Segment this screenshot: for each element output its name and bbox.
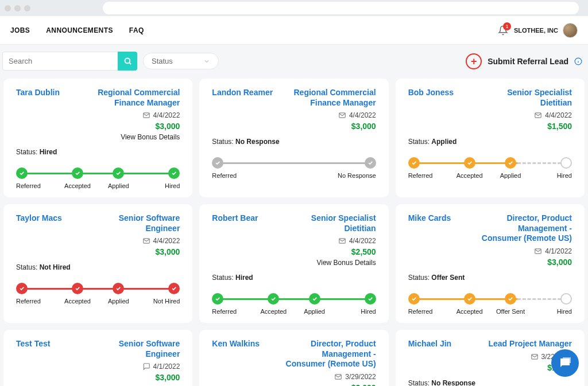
progress-step: Referred — [212, 157, 294, 179]
top-nav: JOBS ANNOUNCEMENTS FAQ 1 SLOTHEE, INC — [0, 16, 588, 45]
progress-track: ReferredAcceptedAppliedHired — [212, 293, 376, 315]
step-label: Applied — [500, 172, 521, 179]
job-title[interactable]: Senior Specialist Dietitian — [477, 88, 572, 108]
step-dot — [268, 293, 279, 305]
status-text: Status: Applied — [408, 138, 572, 146]
step-label: Hired — [557, 308, 572, 315]
step-label: Applied — [108, 298, 129, 305]
nav-jobs[interactable]: JOBS — [10, 26, 30, 34]
referral-card[interactable]: Bob JonessSenior Specialist Dietitian 4/… — [396, 79, 585, 197]
notifications-button[interactable]: 1 — [498, 25, 508, 36]
progress-step: Hired — [335, 293, 376, 315]
bonus-amount: $2,500 — [351, 247, 376, 256]
email-date: 4/4/2022 — [534, 111, 572, 119]
progress-step: Accepted — [449, 293, 490, 315]
step-dot — [505, 157, 516, 169]
referral-card[interactable]: Mike CardsDirector, Product Management -… — [396, 204, 585, 323]
progress-track: ReferredNo Response — [212, 157, 376, 179]
status-text: Status: Not Hired — [16, 263, 180, 271]
avatar[interactable] — [563, 23, 578, 38]
job-title[interactable]: Lead Project Manager — [489, 339, 572, 349]
step-label: Applied — [304, 308, 325, 315]
step-dot — [113, 167, 124, 179]
progress-step: Accepted — [253, 293, 294, 315]
email-date: 4/4/2022 — [338, 111, 376, 119]
submit-referral-button[interactable]: + Submit Referral Lead — [466, 53, 586, 69]
info-icon[interactable] — [574, 57, 582, 65]
view-bonus-details[interactable]: View Bonus Details — [316, 259, 376, 267]
step-dot — [464, 157, 475, 169]
traffic-light-max[interactable] — [24, 5, 30, 11]
url-bar[interactable] — [103, 2, 579, 14]
job-title[interactable]: Regional Commercial Finance Manager — [85, 88, 180, 108]
email-date: 3/29/2022 — [334, 373, 376, 381]
bonus-amount: $3,000 — [547, 258, 572, 267]
company-name[interactable]: SLOTHEE, INC — [514, 27, 558, 34]
filters-bar: Status + Submit Referral Lead — [0, 45, 588, 75]
referral-card[interactable]: Test TestSenior Software Engineer 4/1/20… — [3, 330, 192, 386]
progress-step: Applied — [98, 283, 139, 305]
step-dot — [16, 167, 28, 179]
view-bonus-details[interactable]: View Bonus Details — [121, 133, 180, 141]
step-label: Referred — [16, 298, 41, 305]
step-label: Hired — [361, 308, 376, 315]
candidate-name[interactable]: Landon Reamer — [212, 88, 273, 108]
status-text: Status: Hired — [212, 274, 376, 282]
referral-card[interactable]: Tara DublinRegional Commercial Finance M… — [3, 79, 192, 197]
chat-fab[interactable] — [551, 349, 579, 377]
job-title[interactable]: Senior Software Engineer — [85, 339, 180, 359]
nav-announcements[interactable]: ANNOUNCEMENTS — [46, 26, 113, 34]
bonus-amount: $3,000 — [156, 373, 180, 382]
job-title[interactable]: Regional Commercial Finance Manager — [281, 88, 376, 108]
search-button[interactable] — [118, 52, 137, 71]
job-title[interactable]: Senior Software Engineer — [85, 213, 180, 233]
job-title[interactable]: Director, Product Management - Consumer … — [281, 339, 376, 369]
candidate-name[interactable]: Robert Bear — [212, 213, 258, 233]
step-dot — [408, 293, 420, 305]
progress-track: ReferredAcceptedOffer SentHired — [408, 293, 572, 315]
progress-step: Referred — [408, 293, 449, 315]
step-label: Applied — [108, 182, 129, 189]
window-chrome — [0, 0, 588, 16]
step-label: Offer Sent — [496, 308, 525, 315]
step-label: No Response — [338, 172, 376, 179]
candidate-name[interactable]: Tara Dublin — [16, 88, 60, 108]
referral-card[interactable]: Landon ReamerRegional Commercial Finance… — [199, 79, 388, 197]
referral-card[interactable]: Taylor MacsSenior Software Engineer 4/4/… — [3, 204, 192, 323]
candidate-name[interactable]: Michael Jin — [408, 339, 451, 349]
email-date: 4/4/2022 — [338, 237, 376, 245]
candidate-name[interactable]: Mike Cards — [408, 213, 451, 244]
step-label: Accepted — [457, 308, 483, 315]
progress-step: Applied — [98, 167, 139, 189]
referral-card[interactable]: Ken WalkinsDirector, Product Management … — [199, 330, 388, 386]
progress-step: Referred — [16, 167, 57, 189]
step-label: Referred — [408, 308, 433, 315]
step-label: Accepted — [260, 308, 287, 315]
progress-step: Referred — [408, 157, 449, 179]
step-dot — [72, 283, 83, 294]
progress-step: Accepted — [449, 157, 490, 179]
candidate-name[interactable]: Bob Joness — [408, 88, 454, 108]
plus-icon: + — [466, 53, 482, 69]
nav-faq[interactable]: FAQ — [129, 26, 144, 34]
candidate-name[interactable]: Ken Walkins — [212, 339, 260, 369]
step-dot — [365, 157, 376, 169]
step-label: Not Hired — [153, 298, 180, 305]
candidate-name[interactable]: Taylor Macs — [16, 213, 62, 233]
step-dot — [212, 293, 223, 305]
job-title[interactable]: Senior Specialist Dietitian — [281, 213, 376, 233]
job-title[interactable]: Director, Product Management - Consumer … — [477, 213, 572, 244]
progress-step: Not Hired — [139, 283, 180, 305]
status-text: Status: Hired — [16, 148, 180, 156]
traffic-light-min[interactable] — [14, 5, 21, 11]
candidate-name[interactable]: Test Test — [16, 339, 50, 359]
referral-card[interactable]: Robert BearSenior Specialist Dietitian 4… — [199, 204, 388, 323]
search-input[interactable] — [2, 52, 118, 71]
bonus-amount: $3,000 — [156, 122, 180, 131]
step-dot — [464, 293, 475, 305]
traffic-light-close[interactable] — [5, 5, 11, 11]
bonus-amount: $3,000 — [351, 383, 376, 387]
step-dot — [72, 167, 83, 179]
progress-step: Applied — [294, 293, 335, 315]
status-dropdown[interactable]: Status — [143, 53, 219, 69]
